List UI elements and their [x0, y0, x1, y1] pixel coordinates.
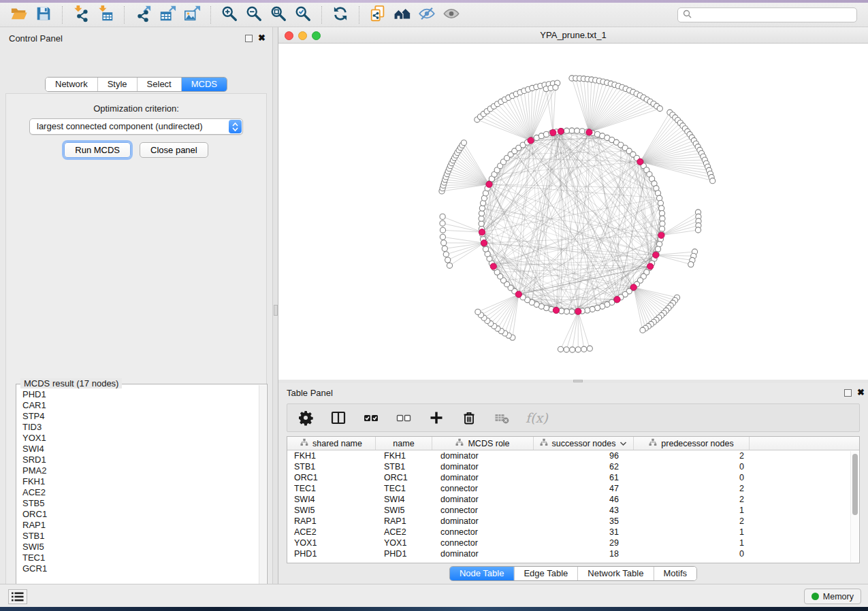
network-node[interactable]	[640, 327, 645, 333]
network-node[interactable]	[447, 263, 452, 268]
mcds-hub-node[interactable]	[515, 291, 521, 297]
import-network-button[interactable]	[69, 5, 93, 25]
mcds-node-item[interactable]: GCR1	[22, 563, 261, 574]
table-cell[interactable]: dominator	[432, 461, 534, 472]
network-node[interactable]	[443, 252, 449, 257]
mcds-node-item[interactable]: RAP1	[22, 520, 261, 531]
show-all-button[interactable]	[439, 5, 464, 25]
network-node[interactable]	[440, 214, 445, 219]
memory-button[interactable]: Memory	[804, 589, 861, 604]
table-row[interactable]: TEC1TEC1connector472	[287, 483, 859, 494]
mcds-hub-node[interactable]	[528, 137, 534, 144]
vertical-splitter[interactable]	[272, 27, 278, 584]
delete-column-button[interactable]	[460, 409, 478, 427]
export-image-button[interactable]	[180, 5, 204, 25]
tab-edge-table[interactable]: Edge Table	[513, 567, 577, 580]
column-header-name[interactable]: name	[376, 437, 432, 450]
open-button[interactable]	[7, 5, 31, 25]
mcds-node-item[interactable]: TEC1	[22, 552, 261, 563]
table-cell[interactable]: 0	[634, 461, 750, 472]
mcds-node-item[interactable]: YOX1	[22, 433, 261, 444]
table-cell[interactable]: ORC1	[287, 472, 376, 483]
tab-select[interactable]: Select	[137, 78, 181, 91]
table-cell[interactable]: connector	[432, 483, 534, 494]
mcds-node-item[interactable]: ORC1	[22, 509, 261, 520]
network-node[interactable]	[441, 240, 447, 246]
table-cell[interactable]: 62	[534, 461, 634, 472]
network-node[interactable]	[440, 227, 445, 233]
network-node[interactable]	[581, 346, 587, 352]
mcds-hub-node[interactable]	[479, 229, 485, 235]
column-header-successor-nodes[interactable]: successor nodes	[534, 437, 634, 450]
mcds-node-item[interactable]: STB1	[22, 531, 261, 542]
network-node[interactable]	[575, 128, 580, 133]
close-panel-icon[interactable]: ✖	[258, 33, 266, 43]
table-row[interactable]: YOX1YOX1connector291	[287, 538, 859, 548]
mcds-result-scrollbar[interactable]	[259, 385, 266, 611]
table-cell[interactable]: 1	[634, 527, 750, 538]
table-cell[interactable]: 2	[634, 483, 750, 494]
mcds-hub-node[interactable]	[586, 129, 592, 135]
tab-motifs[interactable]: Motifs	[653, 567, 696, 580]
network-node[interactable]	[660, 221, 665, 227]
network-node[interactable]	[564, 128, 569, 133]
table-cell[interactable]: SWI4	[287, 494, 376, 505]
table-cell[interactable]: 61	[534, 472, 634, 483]
tab-mcds[interactable]: MCDS	[181, 78, 227, 91]
zoom-in-button[interactable]	[217, 5, 242, 25]
splitter-handle[interactable]	[274, 305, 278, 316]
network-node[interactable]	[659, 205, 664, 211]
network-node[interactable]	[479, 216, 484, 221]
network-node[interactable]	[479, 221, 484, 227]
mcds-hub-node[interactable]	[558, 128, 564, 134]
mcds-node-item[interactable]: SWI5	[22, 542, 261, 552]
mcds-node-item[interactable]: SWI4	[22, 444, 261, 455]
table-row[interactable]: SWI4SWI4dominator462	[287, 494, 859, 505]
table-row[interactable]: STB1STB1dominator620	[287, 461, 859, 472]
network-node[interactable]	[461, 140, 466, 146]
table-cell[interactable]: PHD1	[376, 548, 432, 559]
table-cell[interactable]: 46	[534, 494, 634, 505]
zoom-selected-button[interactable]	[291, 5, 315, 25]
table-cell[interactable]: connector	[432, 538, 534, 548]
table-cell[interactable]: TEC1	[376, 483, 432, 494]
delete-table-button[interactable]	[493, 409, 511, 427]
table-cell[interactable]: dominator	[432, 450, 534, 461]
mcds-hub-node[interactable]	[553, 307, 559, 313]
network-canvas[interactable]	[278, 44, 868, 380]
mcds-node-item[interactable]: CAR1	[22, 400, 261, 411]
table-cell[interactable]: ORC1	[376, 472, 432, 483]
mcds-node-item[interactable]: SRD1	[22, 455, 261, 465]
mcds-node-item[interactable]: STB5	[22, 498, 261, 509]
network-node[interactable]	[475, 309, 481, 314]
first-neighbors-button[interactable]	[390, 5, 415, 25]
table-cell[interactable]: dominator	[432, 516, 534, 527]
task-history-button[interactable]	[8, 589, 27, 604]
network-node[interactable]	[710, 178, 716, 184]
network-node[interactable]	[659, 226, 664, 231]
table-cell[interactable]: 2	[634, 494, 750, 505]
network-node[interactable]	[558, 346, 563, 352]
search-field[interactable]	[677, 7, 857, 22]
table-cell[interactable]: PHD1	[287, 548, 376, 559]
table-cell[interactable]: RAP1	[376, 516, 432, 527]
table-cell[interactable]: SWI5	[287, 505, 376, 516]
table-cell[interactable]: dominator	[432, 548, 534, 559]
network-node[interactable]	[579, 129, 585, 134]
network-node[interactable]	[587, 346, 592, 351]
float-panel-icon[interactable]	[844, 389, 852, 397]
network-node[interactable]	[659, 211, 664, 216]
table-cell[interactable]: YOX1	[287, 538, 376, 548]
table-cell[interactable]: 31	[534, 527, 634, 538]
table-cell[interactable]: 2	[634, 450, 750, 461]
splitter-handle[interactable]	[573, 380, 583, 382]
tab-network[interactable]: Network	[46, 78, 97, 91]
network-node[interactable]	[564, 309, 569, 314]
network-node[interactable]	[481, 201, 486, 206]
table-row[interactable]: FKH1FKH1dominator962	[287, 450, 859, 461]
table-settings-button[interactable]	[297, 409, 315, 427]
network-node[interactable]	[569, 309, 575, 314]
clone-network-button[interactable]	[366, 5, 390, 25]
mcds-hub-node[interactable]	[614, 297, 620, 303]
table-cell[interactable]: YOX1	[376, 538, 432, 548]
